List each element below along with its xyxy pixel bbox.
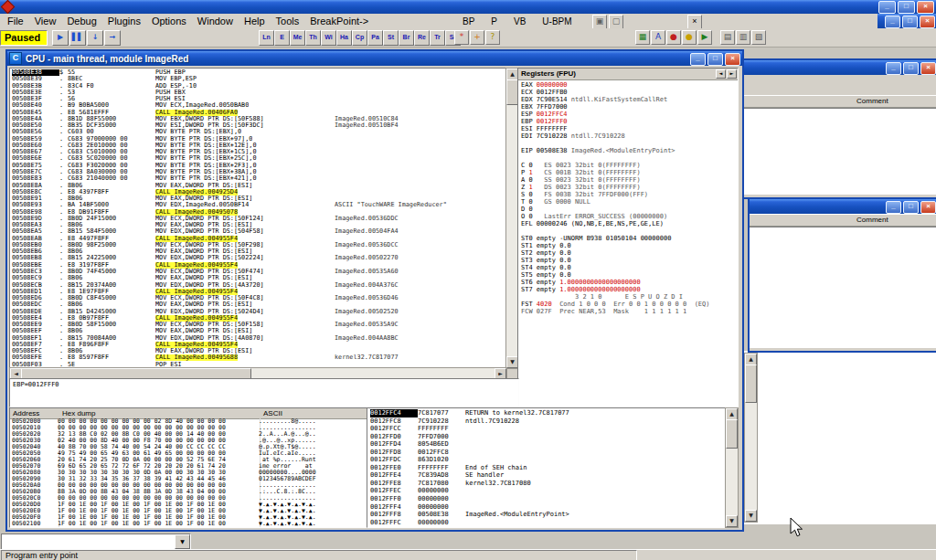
disasm-row[interactable]: 00508E60.C683 2E010000 00MOV BYTE PTR DS… — [12, 143, 506, 149]
step-over-button[interactable]: → — [104, 30, 121, 46]
stack-row[interactable]: 0012FFD80012FFC8 — [370, 449, 726, 457]
menu-item-options[interactable]: Options — [146, 15, 192, 27]
register-line[interactable]: S 0 FS 003B 32bit 7FFDF000(FFF) — [521, 191, 738, 198]
disasm-row[interactable]: 00508E59.C683 97000000 00MOV BYTE PTR DS… — [12, 136, 506, 143]
dump-row[interactable]: 005020B08B 3A 0D 00 8B 43 04 38 8B 3A 0D… — [12, 489, 367, 495]
disasm-row[interactable]: 00508E50.8B35 DCF35000MOV ESI,DWORD PTR … — [12, 122, 506, 129]
window-button-re[interactable]: Re — [414, 30, 430, 46]
pause-button[interactable]: ▌▌ — [69, 30, 86, 46]
patch-icon[interactable]: + — [470, 30, 484, 45]
plugin-red-icon[interactable]: ● — [666, 30, 681, 45]
window-button-ln[interactable]: Ln — [259, 30, 274, 46]
menu-item-help[interactable]: Help — [239, 15, 271, 27]
disasm-row[interactable]: 00508E98.E8 DB91F8FFCALL ImageRed.004950… — [12, 209, 506, 216]
close-icon[interactable]: × — [920, 201, 936, 214]
minimize-icon[interactable]: _ — [886, 62, 901, 75]
breakpoint-icon[interactable]: * — [454, 30, 469, 45]
window-button-me[interactable]: Me — [290, 30, 305, 46]
minimize-icon[interactable]: _ — [886, 201, 901, 214]
register-line[interactable]: ST5 empty 0.0 — [521, 271, 738, 279]
registers-pane[interactable]: Registers (FPU) ◄ ► EAX 00000000ECX 0012… — [517, 68, 739, 409]
register-line[interactable]: EFL 00000246 (NO,NB,E,BE,NS,PE,GE,LE) — [521, 220, 738, 227]
disasm-row[interactable]: 00508EB6.8B06MOV EAX,DWORD PTR DS:[ESI] — [12, 248, 506, 255]
dump-pane[interactable]: Address Hex dump ASCII 0050200000 00 00 … — [9, 407, 367, 528]
disasm-row[interactable]: 00508ED1.E8 1E97F8FFCALL ImageRed.004955… — [12, 289, 506, 295]
register-line[interactable]: ST3 empty 0.0 — [521, 257, 738, 264]
window-button-ha[interactable]: Ha — [336, 30, 352, 46]
disasm-row[interactable]: 00508EF1.8B15 70084A00MOV EDX,DWORD PTR … — [12, 335, 506, 342]
disasm-row[interactable]: 00508EB8.8B15 24225000MOV EDX,DWORD PTR … — [12, 255, 506, 261]
dump-row[interactable]: 005021001F 00 1E 00 1F 00 1E 00 1F 00 1E… — [12, 521, 367, 527]
register-line[interactable]: ST7 empty 1.0000000000000000000 — [521, 286, 738, 293]
scroll-down-icon[interactable]: ▼ — [726, 515, 738, 527]
main-window-titlebar[interactable]: _ □ × — [0, 0, 936, 14]
layout-icon-3[interactable]: ▧ — [751, 30, 766, 45]
dump-row[interactable]: 0050203002 40 00 00 8D 40 00 00 F8 70 00… — [12, 438, 367, 444]
register-line[interactable] — [521, 140, 738, 147]
plugin-a-icon[interactable]: A — [651, 30, 665, 45]
disasm-row[interactable]: 00508E93.BA 14BF5000MOV EDX,ImageRed.005… — [12, 202, 506, 208]
register-line[interactable]: EDI 7C910228 ntdll.7C910228 — [521, 132, 738, 140]
register-line[interactable]: A 0 SS 0023 32bit 0(FFFFFFFF) — [521, 176, 738, 184]
dump-row[interactable]: 0050201000 00 00 00 00 00 00 00 00 00 00… — [12, 425, 367, 431]
dump-row[interactable]: 0050207069 6D 65 20 65 72 72 6F 72 20 20… — [12, 463, 367, 470]
stack-row[interactable]: 0012FFF800508E38ImageRed.<ModuleEntryPoi… — [370, 511, 726, 519]
maximize-icon[interactable]: □ — [902, 16, 918, 28]
register-line[interactable]: ST0 empty -UNORM B938 01050104 00000000 — [521, 235, 738, 242]
disasm-row[interactable]: 00508EFE.E8 8597F8FFCALL ImageRed.004956… — [12, 354, 506, 361]
disasm-row[interactable]: 00508E91.8B06MOV EAX,DWORD PTR DS:[ESI] — [12, 195, 506, 202]
disasm-row[interactable]: 00508EB0.8B0D 98F25000MOV ECX,DWORD PTR … — [12, 242, 506, 248]
register-line[interactable]: ECX 0012FFB0 — [521, 89, 738, 96]
doc-icon-2[interactable]: ▢ — [609, 15, 623, 29]
disasm-row[interactable]: 00508E38$55PUSH EBP — [12, 69, 506, 76]
disasm-row[interactable]: 00508EC9.8B06MOV EAX,DWORD PTR DS:[ESI] — [12, 275, 506, 281]
window-button-e[interactable]: E — [274, 30, 290, 46]
stack-vscrollbar[interactable]: ▲ ▼ — [725, 407, 739, 528]
disasm-row[interactable]: 00508E67.C683 C5010000 00MOV BYTE PTR DS… — [12, 149, 506, 155]
scrollbar-thumb[interactable] — [745, 365, 757, 403]
window-button-st[interactable]: St — [383, 30, 399, 46]
stack-row[interactable]: 0012FFF000000000 — [370, 495, 726, 503]
window-button-cp[interactable]: Cp — [352, 30, 367, 46]
dump-row[interactable]: 0050209030 31 32 33 34 35 36 37 38 39 41… — [12, 476, 367, 482]
chevron-down-icon[interactable]: ▼ — [175, 534, 190, 549]
register-line[interactable]: FCW 027F Prec NEAR,53 Mask 1 1 1 1 1 1 — [521, 308, 738, 315]
toolbar-close-icon[interactable]: × — [687, 15, 702, 29]
close-icon[interactable]: × — [920, 62, 936, 75]
menu-item-file[interactable]: File — [2, 15, 29, 27]
doc-icon-1[interactable]: ▣ — [592, 15, 607, 29]
register-line[interactable]: FST 4020 Cond 1 0 0 0 Err 0 0 1 0 0 0 0 … — [521, 301, 738, 308]
plugin-green-icon[interactable]: ▶ — [697, 30, 712, 45]
minimize-icon[interactable]: _ — [878, 1, 896, 14]
menu-item-tools[interactable]: Tools — [271, 15, 305, 27]
register-line[interactable]: P 1 CS 001B 32bit 0(FFFFFFFF) — [521, 169, 738, 176]
side-window-2-titlebar[interactable]: _ □ × — [750, 199, 936, 214]
disasm-row[interactable]: 00508EF7.E8 F896F8FFCALL ImageRed.004955… — [12, 342, 506, 348]
menu-item-debug[interactable]: Debug — [61, 15, 101, 27]
register-line[interactable]: ESI FFFFFFFF — [521, 125, 738, 132]
minimize-icon[interactable]: _ — [885, 16, 900, 28]
side-window-2[interactable]: _ □ × Comment — [748, 197, 936, 353]
window-button-br[interactable]: Br — [399, 30, 414, 46]
dump-row[interactable]: 005020E01F 00 1E 00 1F 00 1E 00 1F 00 1E… — [12, 508, 367, 514]
dump-row[interactable]: 005020A000 00 00 00 00 00 00 00 00 00 00… — [12, 482, 367, 489]
window-button-wi[interactable]: Wi — [321, 30, 336, 46]
disasm-row[interactable]: 00508E6E.C683 5C020000 00MOV BYTE PTR DS… — [12, 155, 506, 162]
registers-scroll-right-icon[interactable]: ► — [727, 69, 737, 79]
register-line[interactable] — [521, 154, 738, 162]
disasm-row[interactable]: 00508EE9.8B0D 58F15000MOV ECX,DWORD PTR … — [12, 322, 506, 328]
disasm-row[interactable]: 00508E3F.56PUSH ESI — [12, 96, 506, 102]
close-icon[interactable]: × — [725, 53, 740, 66]
maximize-icon[interactable]: □ — [903, 201, 919, 214]
dump-row[interactable]: 0050206020 61 74 20 25 70 0D 0A 00 00 00… — [12, 457, 367, 463]
dump-row[interactable]: 005020C000 00 00 00 00 00 00 00 00 00 00… — [12, 495, 367, 502]
side-window-2-body[interactable] — [750, 227, 936, 348]
maximize-icon[interactable]: □ — [903, 62, 919, 75]
disasm-row[interactable]: 00508E39.8BECMOV EBP,ESP — [12, 76, 506, 82]
disasm-row[interactable]: 00508E75.C683 F3020000 00MOV BYTE PTR DS… — [12, 163, 506, 169]
stack-row[interactable]: 0012FFDC863D1020 — [370, 456, 726, 464]
cpu-window-titlebar[interactable]: C CPU - main thread, module ImageRed _ □… — [7, 51, 742, 66]
register-line[interactable]: ST1 empty 0.0 — [521, 242, 738, 249]
disasm-row[interactable]: 00508ED6.8B0D C8F45000MOV ECX,DWORD PTR … — [12, 295, 506, 301]
menu-item-window[interactable]: Window — [192, 15, 239, 27]
